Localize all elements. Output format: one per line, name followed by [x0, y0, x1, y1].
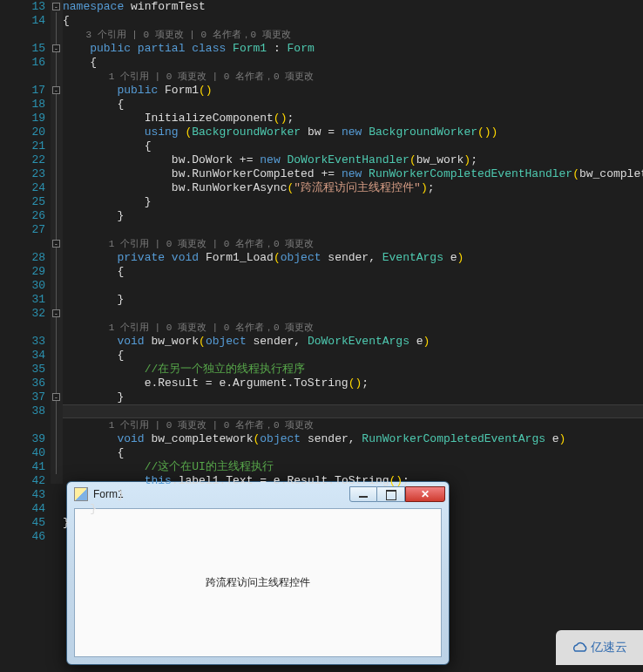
codelens[interactable]: 1 个引用 | 0 项更改 | 0 名作者，0 项更改 [63, 237, 643, 251]
fold-toggle-icon[interactable]: - [52, 393, 60, 401]
fold-toggle-icon[interactable]: - [52, 44, 60, 52]
label1: 跨流程访问主线程控件 [206, 575, 310, 590]
maximize-button[interactable] [377, 486, 405, 502]
minimize-button[interactable] [349, 486, 377, 502]
winform-window[interactable]: Form1 ✕ 跨流程访问主线程控件 [66, 481, 450, 665]
codelens[interactable]: 1 个引用 | 0 项更改 | 0 名作者，0 项更改 [63, 418, 643, 432]
fold-toggle-icon[interactable]: - [52, 309, 60, 317]
code-area[interactable]: namespace winformTest { 3 个引用 | 0 项更改 | … [63, 0, 643, 484]
fold-toggle-icon[interactable]: - [52, 3, 60, 10]
fold-column[interactable]: - - - - - - [51, 0, 63, 484]
close-button[interactable]: ✕ [405, 486, 445, 502]
current-line-highlight [63, 404, 643, 418]
codelens[interactable]: 1 个引用 | 0 项更改 | 0 名作者，0 项更改 [63, 321, 643, 335]
codelens[interactable]: 3 个引用 | 0 项更改 | 0 名作者，0 项更改 [63, 28, 643, 42]
fold-toggle-icon[interactable]: - [52, 86, 60, 94]
window-client-area: 跨流程访问主线程控件 [74, 508, 442, 657]
codelens[interactable]: 1 个引用 | 0 项更改 | 0 名作者，0 项更改 [63, 70, 643, 84]
window-title: Form1 [93, 488, 349, 500]
line-number-gutter: 13 14 15 16 17 18 19 20 21 22 23 24 25 2… [0, 0, 51, 484]
code-editor[interactable]: 13 14 15 16 17 18 19 20 21 22 23 24 25 2… [0, 0, 643, 484]
app-icon [74, 487, 88, 501]
fold-toggle-icon[interactable]: - [52, 240, 60, 248]
watermark: 亿速云 [556, 630, 643, 665]
